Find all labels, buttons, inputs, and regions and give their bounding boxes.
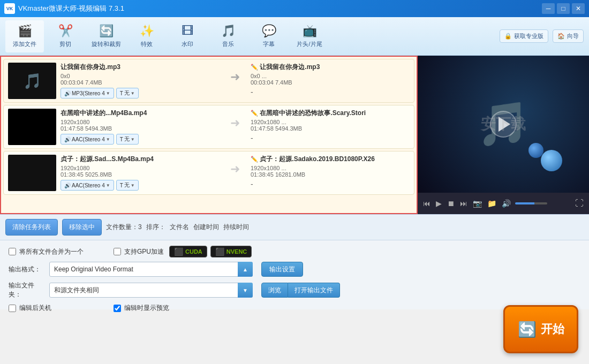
edit-icon: ✏️	[251, 64, 258, 70]
file-thumbnail	[8, 155, 56, 191]
text-icon: T	[120, 90, 123, 96]
fullscreen-button[interactable]: ⛶	[574, 198, 585, 209]
clear-list-button[interactable]: 清除任务列表	[5, 219, 58, 236]
stop-button[interactable]: ⏹	[446, 198, 456, 209]
subtitle-button[interactable]: T 无 ▼	[116, 88, 139, 98]
get-pro-button[interactable]: 🔒 获取专业版	[500, 29, 548, 43]
folder-buttons: 浏览 打开输出文件	[261, 283, 340, 298]
audio-track-button[interactable]: 🔊 MP3(Stereo 4 ▼	[61, 88, 114, 98]
edit-icon: ✏️	[251, 156, 258, 162]
prev-button[interactable]: ⏮	[422, 198, 432, 209]
toolbar-subtitle[interactable]: 💬 字幕	[250, 20, 288, 52]
file-list: 🎵 让我留在你身边.mp3 0x0 00:03:04 7.4MB 🔊 MP3(S…	[0, 56, 418, 214]
file-output-info: ✏️ 让我留在你身边.mp3 0x0 ... 00:03:04 7.4MB -	[248, 63, 410, 96]
add-file-icon: 🎬	[18, 24, 32, 38]
shutdown-input[interactable]	[9, 305, 16, 312]
start-button[interactable]: 🔄 开始	[503, 305, 578, 353]
maximize-button[interactable]: □	[557, 3, 570, 14]
sort-by-name[interactable]: 文件名	[170, 223, 189, 232]
file-item: 在黑暗中讲述的...Mp4Ba.mp4 1920x1080 01:47:58 5…	[3, 105, 414, 149]
title-tail-icon: 📺	[303, 24, 317, 38]
toolbar-right: 🔒 获取专业版 🏠 向导	[500, 29, 584, 43]
guide-button[interactable]: 🏠 向导	[553, 29, 584, 43]
toolbar-subtitle-label: 字幕	[263, 40, 275, 48]
open-folder-button[interactable]: 打开输出文件	[288, 283, 340, 298]
minimize-button[interactable]: ─	[542, 3, 555, 14]
toolbar-music[interactable]: 🎵 音乐	[209, 20, 247, 52]
format-label: 输出格式：	[9, 265, 41, 274]
volume-slider[interactable]	[515, 202, 547, 204]
remove-selected-button[interactable]: 移除选中	[62, 219, 102, 236]
toolbar-cut[interactable]: ✂️ 剪切	[46, 20, 85, 52]
dropdown-arrow-icon: ▼	[131, 137, 135, 142]
browse-button[interactable]: 浏览	[261, 283, 288, 298]
file-output-dims: 0x0 ...	[251, 73, 407, 79]
file-input-info: 让我留在你身边.mp3 0x0 00:03:04 7.4MB 🔊 MP3(Ste…	[56, 63, 222, 98]
toolbar-add-file[interactable]: 🎬 添加文件	[5, 20, 44, 52]
speaker-icon: 🔊	[64, 90, 71, 96]
format-select[interactable]: Keep Original Video Format	[49, 262, 253, 277]
sort-by-duration[interactable]: 持续时间	[223, 223, 249, 232]
show-preview-input[interactable]	[114, 305, 121, 312]
toolbar-rotate-crop[interactable]: 🔄 旋转和裁剪	[87, 20, 125, 52]
speaker-icon: 🔊	[64, 183, 71, 188]
dropdown-arrow-icon: ▼	[106, 91, 110, 96]
lock-icon: 🔒	[504, 33, 512, 40]
music-ball-large	[541, 150, 562, 171]
text-icon: T	[120, 136, 123, 142]
subtitle-button[interactable]: T 无 ▼	[116, 180, 139, 191]
subtitle-button[interactable]: T 无 ▼	[116, 134, 139, 145]
window-controls: ─ □ ✕	[542, 3, 585, 14]
file-input-time: 01:47:58 5494.3MB	[61, 125, 217, 132]
dropdown-arrow-icon: ▼	[131, 91, 135, 96]
output-dash: -	[251, 134, 407, 142]
gpu-accel-checkbox[interactable]: 支持GPU加速	[114, 247, 164, 256]
folder-button[interactable]: 📁	[486, 198, 497, 209]
show-preview-row: 编辑时显示预览	[114, 304, 169, 313]
audio-track-button[interactable]: 🔊 AAC(Stereo 4 ▼	[61, 134, 114, 145]
play-overlay-button[interactable]	[490, 111, 517, 138]
toolbar-watermark[interactable]: 🎞 水印	[168, 20, 207, 52]
sort-by-date[interactable]: 创建时间	[193, 223, 219, 232]
file-input-dims: 1920x1080	[61, 165, 217, 171]
dropdown-arrow-icon: ▼	[131, 183, 135, 188]
next-button[interactable]: ⏭	[459, 198, 469, 209]
format-select-container: Keep Original Video Format ▲	[49, 262, 253, 277]
gpu-accel-input[interactable]	[114, 248, 121, 255]
start-label: 开始	[541, 321, 564, 337]
cuda-badge: ⬛ CUDA	[169, 246, 207, 257]
file-item: 🎵 让我留在你身边.mp3 0x0 00:03:04 7.4MB 🔊 MP3(S…	[3, 59, 414, 103]
file-item-controls: 🔊 AAC(Stereo 4 ▼ T 无 ▼	[61, 134, 217, 145]
gpu-accel-label: 支持GPU加速	[124, 247, 164, 256]
preview-controls: ⏮ ▶ ⏹ ⏭ 📷 📁 🔊 ⛶	[418, 193, 589, 214]
shutdown-checkbox[interactable]: 编辑后关机	[9, 304, 51, 313]
cut-icon: ✂️	[58, 24, 73, 38]
toolbar-effects-label: 特效	[141, 40, 153, 48]
toolbar-effects[interactable]: ✨ 特效	[127, 20, 166, 52]
volume-icon: 🔊	[501, 198, 512, 209]
arrow-container: ➜	[222, 109, 248, 130]
toolbar-rotate-label: 旋转和裁剪	[92, 40, 121, 48]
show-preview-checkbox[interactable]: 编辑时显示预览	[114, 304, 169, 313]
folder-select[interactable]: 和源文件夹相同	[49, 283, 253, 298]
shutdown-label: 编辑后关机	[19, 304, 51, 313]
dropdown-arrow-icon: ▼	[106, 137, 110, 142]
settings-row-4: 编辑后关机 编辑时显示预览	[9, 304, 580, 313]
file-output-name: ✏️ 让我留在你身边.mp3	[251, 63, 407, 72]
toolbar-music-label: 音乐	[222, 40, 234, 48]
play-button[interactable]: ▶	[435, 198, 443, 209]
screenshot-button[interactable]: 📷	[472, 198, 483, 209]
arrow-container: ➜	[222, 155, 248, 176]
preview-panel: 🎵 安下载 ⏮ ▶ ⏹ ⏭ 📷 📁 🔊 ⛶	[418, 56, 589, 214]
toolbar-watermark-label: 水印	[182, 40, 193, 48]
settings-area: 将所有文件合并为一个 支持GPU加速 ⬛ CUDA ⬛ NVENC 输出格式：	[0, 240, 589, 309]
close-button[interactable]: ✕	[572, 3, 585, 14]
toolbar-title-tail[interactable]: 📺 片头/片尾	[290, 20, 329, 52]
audio-track-button[interactable]: 🔊 AAC(Stereo 4 ▼	[61, 180, 114, 191]
output-settings-button[interactable]: 输出设置	[261, 262, 303, 277]
app-logo: VK	[4, 3, 15, 14]
folder-select-container: 和源文件夹相同 ▼	[49, 283, 253, 298]
arrow-container: ➜	[222, 63, 248, 84]
merge-files-checkbox[interactable]: 将所有文件合并为一个	[9, 247, 84, 256]
merge-files-input[interactable]	[9, 248, 16, 255]
